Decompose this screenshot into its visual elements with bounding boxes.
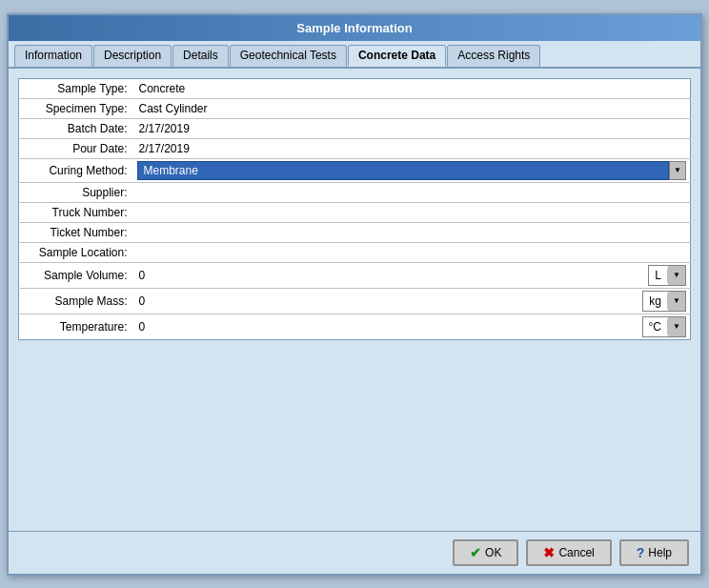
sample-type-value xyxy=(133,78,691,98)
sample-mass-container: kg ▼ xyxy=(137,291,687,312)
supplier-label: Supplier: xyxy=(19,182,133,202)
temperature-label: Temperature: xyxy=(19,314,133,339)
truck-number-value xyxy=(133,202,691,222)
ok-button[interactable]: ✔ OK xyxy=(453,539,518,566)
sample-volume-label: Sample Volume: xyxy=(19,262,133,288)
help-label: Help xyxy=(648,546,672,559)
sample-mass-unit-arrow[interactable]: ▼ xyxy=(668,292,685,311)
batch-date-input[interactable] xyxy=(137,121,687,136)
form-table: Sample Type: Specimen Type: xyxy=(18,78,691,340)
help-q-icon: ? xyxy=(637,545,645,560)
tab-geotechnical-tests[interactable]: Geotechnical Tests xyxy=(230,45,347,67)
table-row: Sample Type: xyxy=(19,78,691,98)
sample-mass-unit: kg xyxy=(643,294,668,309)
sample-mass-input[interactable] xyxy=(137,294,641,309)
curing-method-value: Membrane ▼ xyxy=(133,158,691,182)
sample-type-input[interactable] xyxy=(137,81,687,96)
sample-mass-label: Sample Mass: xyxy=(19,288,133,314)
sample-volume-input[interactable] xyxy=(137,268,647,283)
ok-check-icon: ✔ xyxy=(470,545,481,560)
sample-location-input[interactable] xyxy=(137,245,687,260)
sample-mass-unit-dropdown[interactable]: kg ▼ xyxy=(642,291,686,312)
supplier-value xyxy=(133,182,691,202)
curing-method-arrow[interactable]: ▼ xyxy=(669,161,686,180)
table-row: Temperature: °C ▼ xyxy=(19,314,691,339)
supplier-input[interactable] xyxy=(137,185,687,200)
tab-bar: Information Description Details Geotechn… xyxy=(9,41,700,69)
temperature-value: °C ▼ xyxy=(133,314,691,339)
sample-mass-value: kg ▼ xyxy=(133,288,691,314)
ticket-number-input[interactable] xyxy=(137,225,687,240)
tab-description[interactable]: Description xyxy=(93,45,172,67)
table-row: Batch Date: xyxy=(19,118,691,138)
dialog-footer: ✔ OK ✖ Cancel ? Help xyxy=(9,531,700,574)
sample-location-label: Sample Location: xyxy=(19,242,133,262)
curing-method-dropdown[interactable]: Membrane ▼ xyxy=(137,161,687,180)
help-button[interactable]: ? Help xyxy=(619,539,689,566)
curing-method-label: Curing Method: xyxy=(19,158,133,182)
temperature-container: °C ▼ xyxy=(137,316,687,337)
table-row: Supplier: xyxy=(19,182,691,202)
ok-label: OK xyxy=(485,546,501,559)
temperature-input[interactable] xyxy=(137,319,640,335)
table-row: Sample Location: xyxy=(19,242,691,262)
cancel-label: Cancel xyxy=(558,546,594,559)
tab-access-rights[interactable]: Access Rights xyxy=(447,45,540,67)
sample-volume-container: L ▼ xyxy=(137,265,687,286)
batch-date-label: Batch Date: xyxy=(19,118,133,138)
tab-information[interactable]: Information xyxy=(14,45,92,67)
sample-volume-unit-arrow[interactable]: ▼ xyxy=(668,266,685,285)
table-row: Sample Volume: L ▼ xyxy=(19,262,691,288)
sample-type-label: Sample Type: xyxy=(19,78,133,98)
table-row: Curing Method: Membrane ▼ xyxy=(19,158,691,182)
sample-volume-unit: L xyxy=(649,268,668,283)
batch-date-value xyxy=(133,118,691,138)
sample-volume-value: L ▼ xyxy=(133,262,691,288)
curing-method-selected: Membrane xyxy=(137,161,670,180)
cancel-button[interactable]: ✖ Cancel xyxy=(526,539,611,566)
sample-information-dialog: Sample Information Information Descripti… xyxy=(7,13,702,576)
sample-location-value xyxy=(133,242,691,262)
ticket-number-value xyxy=(133,222,691,242)
sample-volume-unit-dropdown[interactable]: L ▼ xyxy=(648,265,686,286)
table-row: Truck Number: xyxy=(19,202,691,222)
pour-date-input[interactable] xyxy=(137,141,687,156)
title-text: Sample Information xyxy=(296,21,412,35)
truck-number-input[interactable] xyxy=(137,205,687,220)
tab-details[interactable]: Details xyxy=(172,45,229,67)
table-row: Specimen Type: xyxy=(19,98,691,118)
table-row: Sample Mass: kg ▼ xyxy=(19,288,691,314)
pour-date-label: Pour Date: xyxy=(19,138,133,158)
specimen-type-label: Specimen Type: xyxy=(19,98,133,118)
temperature-unit-arrow[interactable]: ▼ xyxy=(668,317,685,336)
tab-concrete-data[interactable]: Concrete Data xyxy=(348,45,446,67)
ticket-number-label: Ticket Number: xyxy=(19,222,133,242)
specimen-type-input[interactable] xyxy=(137,101,687,116)
temperature-unit: °C xyxy=(643,319,668,335)
truck-number-label: Truck Number: xyxy=(19,202,133,222)
cancel-x-icon: ✖ xyxy=(543,545,555,560)
table-row: Pour Date: xyxy=(19,138,691,158)
table-row: Ticket Number: xyxy=(19,222,691,242)
form-content: Sample Type: Specimen Type: xyxy=(9,69,700,440)
pour-date-value xyxy=(133,138,691,158)
dialog-title: Sample Information xyxy=(9,15,700,41)
temperature-unit-dropdown[interactable]: °C ▼ xyxy=(642,316,686,337)
specimen-type-value xyxy=(133,98,691,118)
